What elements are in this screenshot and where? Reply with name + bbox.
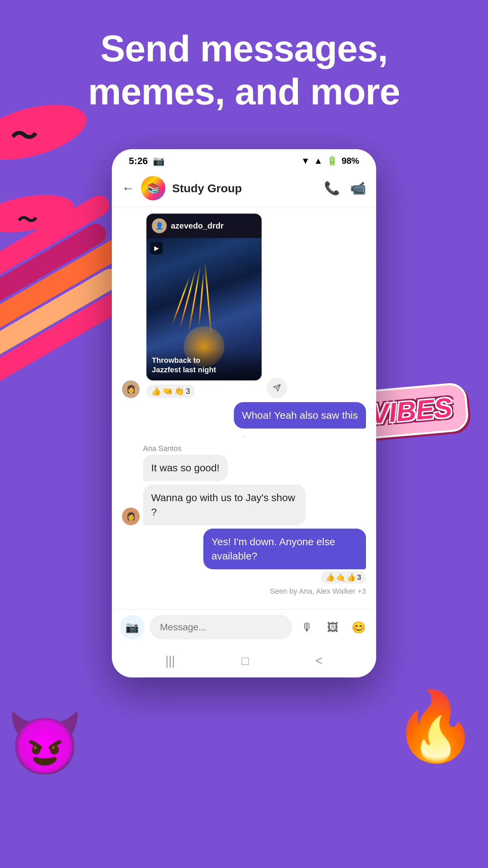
sender-avatar-post: 👩	[122, 380, 140, 398]
wifi-icon: ▼	[301, 156, 310, 166]
post-author-avatar: 👤	[152, 218, 167, 233]
seen-text: Seen by Ana, Alex Walker +3	[122, 587, 366, 596]
shared-post-container: 👤 azevedo_drdr ▶ Throw	[143, 214, 262, 398]
reaction-count: 3	[186, 387, 190, 396]
post-caption: Throwback toJazzfest last night	[152, 356, 256, 375]
camera-icon: 📷	[125, 621, 139, 634]
header-actions: 📞 📹	[324, 181, 366, 196]
mic-button[interactable]: 🎙	[298, 618, 317, 637]
post-header: 👤 azevedo_drdr	[146, 214, 262, 238]
reaction-fist: 🤜	[163, 387, 173, 396]
message-row-received-1: It was so good!	[122, 455, 366, 481]
main-heading: Send messages,memes, and more	[0, 27, 488, 113]
message-bubble-sent-1: Whoa! Yeah also saw this	[234, 402, 366, 429]
gallery-button[interactable]: 🖼	[323, 618, 342, 637]
shared-post[interactable]: 👤 azevedo_drdr ▶ Throw	[146, 214, 262, 380]
message-input[interactable]	[150, 615, 292, 639]
status-right: ▼ ▲ 🔋 98%	[301, 156, 359, 166]
reaction-clap: 👏	[174, 387, 184, 396]
nav-home-button[interactable]: □	[242, 654, 249, 668]
reaction-2: 🤙	[336, 573, 345, 582]
input-icons: 🎙 🖼 😊	[298, 618, 368, 637]
squiggle-decoration-top: 〜	[10, 119, 37, 155]
devil-sticker: 😈	[7, 708, 83, 780]
squiggle-decoration-mid: 〜	[17, 207, 37, 234]
nav-back-button[interactable]: <	[316, 654, 323, 668]
battery-percent: 98%	[342, 156, 359, 166]
group-avatar: 📚	[141, 176, 165, 200]
sent-message-with-reactions: Yes! I'm down. Anyone else available? 👍 …	[203, 529, 366, 584]
app-header: ← 📚 Study Group 📞 📹	[112, 170, 376, 207]
post-reactions: 👍 🤜 👏 3	[146, 384, 262, 398]
reaction-3: 👍	[347, 573, 356, 582]
reaction-thumbsup: 👍	[151, 387, 161, 396]
status-bar: 5:26 📷 ▼ ▲ 🔋 98%	[112, 149, 376, 170]
post-image: ▶ Throwback toJazzfest last night	[146, 238, 262, 380]
bottom-nav: ||| □ <	[112, 648, 376, 677]
bubble-reactions-sent: 👍 🤙 👍 3	[203, 571, 366, 584]
call-button[interactable]: 📞	[324, 181, 340, 196]
bg-blob-mid	[0, 189, 77, 238]
reaction-1: 👍	[326, 573, 335, 582]
post-overlay: Throwback toJazzfest last night	[146, 349, 262, 380]
forward-button[interactable]	[267, 378, 287, 398]
message-bubble-received-2: Wanna go with us to Jay's show ?	[143, 485, 306, 525]
bubble-reaction-count: 3	[357, 573, 361, 582]
message-bubble-sent-2: Yes! I'm down. Anyone else available?	[203, 529, 366, 569]
sticker-button[interactable]: 😊	[349, 618, 368, 637]
nav-menu-button[interactable]: |||	[165, 654, 175, 668]
message-row-received-2-container: 👩 Wanna go with us to Jay's show ?	[122, 485, 366, 525]
message-row-sent-2: Yes! I'm down. Anyone else available? 👍 …	[122, 529, 366, 584]
group-name: Study Group	[172, 182, 317, 195]
post-play-icon[interactable]: ▶	[150, 242, 163, 254]
reaction-emojis[interactable]: 👍 🤜 👏 3	[146, 384, 195, 398]
separator: -	[122, 432, 366, 441]
reaction-pill[interactable]: 👍 🤙 👍 3	[321, 571, 366, 584]
ana-avatar: 👩	[122, 508, 140, 525]
signal-icon: ▲	[314, 156, 323, 166]
flame-sticker: 🔥	[393, 687, 478, 766]
message-bubble-received-1: It was so good!	[143, 455, 228, 481]
message-row-sent-1: Whoa! Yeah also saw this	[122, 402, 366, 429]
battery-icon: 🔋	[327, 156, 338, 166]
shared-post-row: 👩 👤 azevedo_drdr	[122, 214, 366, 398]
phone-mockup: 5:26 📷 ▼ ▲ 🔋 98% ← 📚 Study Group 📞 📹 👩	[112, 149, 376, 677]
sender-name-ana: Ana Santos	[143, 444, 366, 453]
camera-button[interactable]: 📷	[120, 615, 144, 639]
message-input-area: 📷 🎙 🖼 😊	[112, 609, 376, 648]
video-call-button[interactable]: 📹	[350, 181, 366, 196]
chat-area: 👩 👤 azevedo_drdr	[112, 207, 376, 609]
camera-icon: 📷	[153, 155, 165, 166]
back-button[interactable]: ←	[122, 181, 134, 195]
post-username: azevedo_drdr	[171, 221, 224, 231]
status-left: 5:26 📷	[129, 155, 165, 166]
status-time: 5:26	[129, 156, 148, 166]
